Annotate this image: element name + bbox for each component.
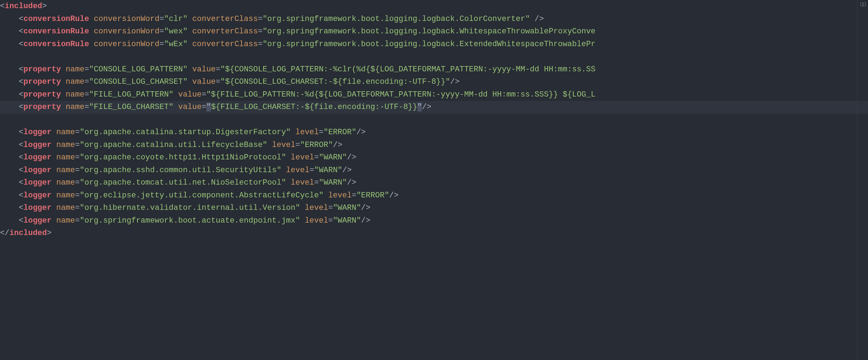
- root-open-tag[interactable]: <included>: [0, 0, 868, 13]
- logger-line[interactable]: <logger name="org.apache.sshd.common.uti…: [0, 164, 868, 177]
- logger-line[interactable]: <logger name="org.eclipse.jetty.util.com…: [0, 189, 868, 202]
- conversion-rule-line[interactable]: <conversionRule conversionWord="clr" con…: [0, 13, 868, 26]
- property-line[interactable]: <property name="FILE_LOG_PATTERN" value=…: [0, 88, 868, 101]
- conversion-rule-line[interactable]: <conversionRule conversionWord="wEx" con…: [0, 38, 868, 51]
- property-line[interactable]: <property name="FILE_LOG_CHARSET" value=…: [0, 101, 868, 114]
- logger-line[interactable]: <logger name="org.apache.coyote.http11.H…: [0, 151, 868, 164]
- code-editor[interactable]: <included> <conversionRule conversionWor…: [0, 0, 868, 360]
- logger-line[interactable]: <logger name="org.hibernate.validator.in…: [0, 202, 868, 214]
- logger-line[interactable]: <logger name="org.springframework.boot.a…: [0, 214, 868, 227]
- editor-right-border: [857, 0, 857, 360]
- reader-mode-icon[interactable]: [858, 0, 868, 360]
- logger-line[interactable]: <logger name="org.apache.tomcat.util.net…: [0, 176, 868, 189]
- root-close-tag[interactable]: </included>: [0, 227, 868, 240]
- blank-line[interactable]: [0, 114, 868, 126]
- logger-line[interactable]: <logger name="org.apache.catalina.util.L…: [0, 139, 868, 152]
- logger-line[interactable]: <logger name="org.apache.catalina.startu…: [0, 126, 868, 139]
- blank-line[interactable]: [0, 50, 868, 63]
- property-line[interactable]: <property name="CONSOLE_LOG_CHARSET" val…: [0, 76, 868, 88]
- conversion-rule-line[interactable]: <conversionRule conversionWord="wex" con…: [0, 25, 868, 38]
- property-line[interactable]: <property name="CONSOLE_LOG_PATTERN" val…: [0, 63, 868, 76]
